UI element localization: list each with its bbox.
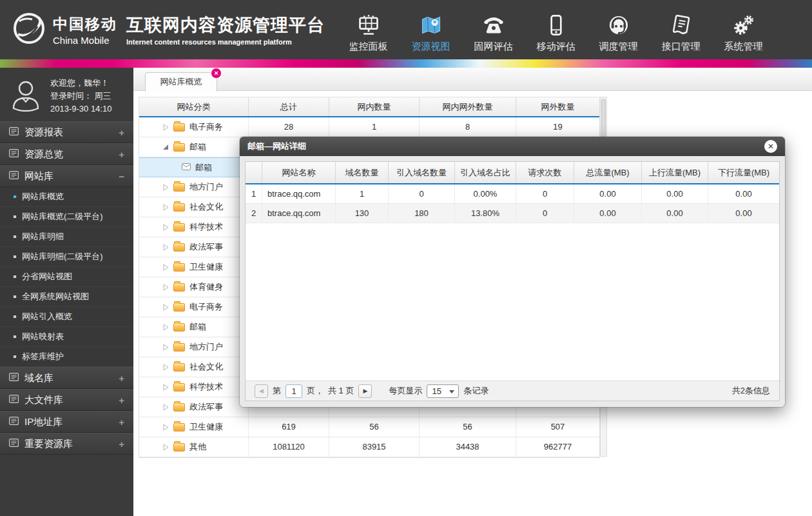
tree-expand-icon[interactable]: [162, 344, 169, 351]
tree-label: 地方门户: [189, 337, 223, 357]
tree-expand-icon[interactable]: [162, 404, 169, 411]
tree-expand-icon[interactable]: [162, 304, 169, 311]
expand-plus-icon[interactable]: +: [119, 127, 124, 138]
sidebar-item-2-8[interactable]: 标签库维护: [0, 347, 133, 367]
tree-expand-icon[interactable]: [162, 264, 169, 271]
document-icon: [9, 170, 19, 182]
modal-column-header-7[interactable]: 上行流量(MB): [642, 162, 708, 183]
modal-close-icon[interactable]: ✕: [764, 140, 777, 153]
sidebar-item-2-6[interactable]: 网站引入概览: [0, 307, 133, 327]
tree-cell[interactable]: 地方门户: [139, 337, 249, 357]
sidebar-group-5[interactable]: IP地址库+: [0, 411, 133, 433]
tree-expand-icon[interactable]: [162, 424, 169, 431]
tree-cell[interactable]: 社会文化: [139, 197, 249, 217]
modal-table-row[interactable]: 1btrace.qq.com100.00%00.000.000.00: [246, 184, 779, 204]
tree-expand-icon[interactable]: [162, 364, 169, 371]
tree-expand-icon[interactable]: [162, 324, 169, 331]
modal-column-header-4[interactable]: 引入域名占比: [455, 162, 516, 183]
sidebar-item-2-3[interactable]: 网站库明细(二级平台): [0, 247, 133, 267]
tab-close-icon[interactable]: ×: [211, 68, 222, 79]
expand-plus-icon[interactable]: +: [119, 417, 124, 428]
modal-column-header-3[interactable]: 引入域名数量: [389, 162, 455, 183]
tree-label: 邮箱: [195, 158, 212, 177]
prev-page-button[interactable]: ◀: [255, 384, 268, 398]
tree-expand-icon[interactable]: [162, 244, 169, 251]
tree-cell[interactable]: 其他: [139, 437, 249, 457]
map-icon: [400, 5, 462, 36]
sidebar-item-2-0[interactable]: 网站库概览: [0, 187, 133, 207]
tree-cell[interactable]: 科学技术: [139, 377, 249, 397]
tree-cell[interactable]: 地方门户: [139, 177, 249, 197]
expand-plus-icon[interactable]: +: [119, 149, 124, 160]
sidebar-group-0[interactable]: 资源报表+: [0, 121, 133, 143]
sidebar-item-2-4[interactable]: 分省网站视图: [0, 267, 133, 287]
column-header-1[interactable]: 总计: [249, 97, 329, 116]
column-header-4[interactable]: 网外数量: [516, 97, 599, 116]
nav-item-3[interactable]: 移动评估: [525, 5, 587, 53]
bullet-icon: [14, 215, 16, 218]
tab-website-library-overview[interactable]: 网站库概览 ×: [145, 72, 217, 92]
sidebar-group-1[interactable]: 资源总览+: [0, 143, 133, 165]
modal-column-header-1[interactable]: 网站名称: [262, 162, 336, 183]
nav-item-5[interactable]: 接口管理: [650, 5, 712, 53]
tree-label: 地方门户: [189, 177, 223, 197]
modal-table-row[interactable]: 2btrace.qq.com13018013.80%00.000.000.00: [246, 204, 779, 223]
tree-cell[interactable]: 邮箱: [139, 137, 249, 157]
nav-item-0[interactable]: 监控面板: [337, 5, 400, 53]
tree-cell[interactable]: 邮箱: [139, 158, 249, 177]
value-cell: 19: [516, 117, 599, 137]
sidebar-group-4[interactable]: 大文件库+: [0, 389, 133, 411]
collapse-minus-icon[interactable]: −: [119, 171, 124, 182]
tree-expand-icon[interactable]: [162, 384, 169, 391]
tree-expand-icon[interactable]: [162, 184, 169, 191]
nav-item-6[interactable]: 系统管理: [712, 5, 775, 53]
next-page-button[interactable]: ▶: [358, 384, 372, 398]
tree-expand-icon[interactable]: [162, 224, 169, 231]
tree-cell[interactable]: 科学技术: [139, 217, 249, 237]
tree-expand-icon[interactable]: [162, 444, 169, 451]
tree-cell[interactable]: 电子商务: [139, 117, 249, 137]
expand-plus-icon[interactable]: +: [119, 439, 124, 450]
sidebar-group-6[interactable]: 重要资源库+: [0, 433, 133, 455]
column-header-3[interactable]: 网内网外数量: [420, 97, 516, 116]
tree-cell[interactable]: 邮箱: [139, 317, 249, 337]
column-header-2[interactable]: 网内数量: [329, 97, 420, 116]
page-input[interactable]: 1: [285, 384, 302, 398]
tree-expand-icon[interactable]: [162, 204, 169, 211]
tree-cell[interactable]: 卫生健康: [139, 417, 249, 437]
sidebar-item-2-7[interactable]: 网站映射表: [0, 327, 133, 347]
sidebar-item-2-2[interactable]: 网站库明细: [0, 227, 133, 247]
nav-item-1[interactable]: 资源视图: [400, 5, 462, 53]
tree-cell[interactable]: 体育健身: [139, 277, 249, 297]
sidebar-item-label: 网站库概览: [22, 191, 64, 203]
nav-item-4[interactable]: 调度管理: [587, 5, 650, 53]
modal-column-header-5[interactable]: 请求次数: [516, 162, 574, 183]
nav-item-2[interactable]: 固网评估: [462, 5, 525, 53]
tree-collapse-icon[interactable]: [162, 144, 169, 150]
sidebar-group-2[interactable]: 网站库−: [0, 165, 133, 187]
column-header-0[interactable]: 网站分类: [139, 97, 249, 116]
expand-plus-icon[interactable]: +: [119, 395, 124, 406]
tree-cell[interactable]: 政法军事: [139, 237, 249, 257]
table-row[interactable]: 其他10811208391534438962777: [139, 437, 599, 457]
tree-expand-icon[interactable]: [162, 284, 169, 291]
table-row[interactable]: 电子商务281819: [139, 117, 599, 137]
per-page-select[interactable]: 15: [427, 384, 459, 398]
modal-column-header-2[interactable]: 域名数量: [336, 162, 389, 183]
modal-column-header-6[interactable]: 总流量(MB): [574, 162, 642, 183]
modal-column-header-0[interactable]: [246, 162, 262, 183]
tree-cell[interactable]: 社会文化: [139, 357, 249, 377]
tree-cell[interactable]: 卫生健康: [139, 257, 249, 277]
tree-expand-icon[interactable]: [162, 124, 169, 131]
modal-column-header-8[interactable]: 下行流量(MB): [708, 162, 779, 183]
sidebar: 欢迎您，魏华！ 登录时间： 周三 2013-9-30 14:10 资源报表+ 资…: [0, 68, 133, 516]
value-cell: 0: [516, 184, 574, 203]
sidebar-item-2-1[interactable]: 网站库概览(二级平台): [0, 207, 133, 227]
expand-plus-icon[interactable]: +: [119, 373, 124, 384]
table-row[interactable]: 卫生健康6195656507: [139, 417, 599, 437]
tree-cell[interactable]: 政法军事: [139, 397, 249, 417]
sidebar-item-2-5[interactable]: 全网系统网站视图: [0, 287, 133, 307]
sidebar-group-3[interactable]: 域名库+: [0, 367, 133, 389]
tree-cell[interactable]: 电子商务: [139, 297, 249, 317]
website-name-cell: btrace.qq.com: [262, 184, 336, 203]
